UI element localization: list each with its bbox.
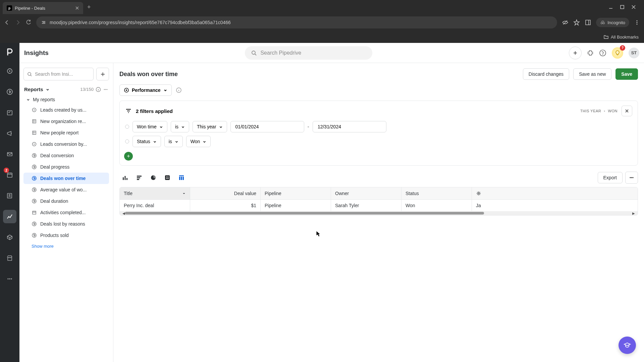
incognito-chip[interactable]: Incognito [596,18,629,27]
star-icon[interactable] [573,19,580,26]
performance-chip[interactable]: Performance [119,84,172,96]
rail-badge: 2 [4,168,9,173]
report-item[interactable]: Deals lost by reasons [23,218,109,230]
rail-activities[interactable]: 2 [3,168,16,182]
forward-button[interactable] [15,19,21,25]
rail-contacts[interactable] [3,189,16,202]
url-field[interactable]: moodjoy.pipedrive.com/progress/insights/… [36,16,557,28]
th-title[interactable]: Title [120,187,190,199]
filter-field-chip[interactable]: Won time [132,121,167,132]
site-settings-icon[interactable] [41,20,46,25]
close-tab-icon[interactable] [75,6,79,10]
th-deal-value[interactable]: Deal value [190,187,261,199]
svg-point-55 [630,177,631,178]
save-button[interactable]: Save [615,68,638,80]
more-actions-button[interactable] [625,172,638,184]
help-fab[interactable] [619,337,636,354]
bookmarks-label[interactable]: All Bookmarks [611,35,639,40]
filter-value-chip[interactable]: This year [193,121,227,132]
report-item[interactable]: Deal progress [23,161,109,173]
scorecard-icon[interactable] [162,172,173,183]
back-button[interactable] [4,19,10,25]
rail-projects[interactable] [3,106,16,119]
filter-op-chip[interactable]: is [171,121,189,132]
rail-insights[interactable] [3,210,16,223]
chevron-down-icon [181,125,185,129]
help-icon[interactable] [599,49,606,57]
svg-point-2 [601,22,603,24]
scroll-left-icon[interactable]: ◀ [122,212,125,215]
reload-button[interactable] [25,19,32,25]
rail-leads[interactable] [3,64,16,78]
svg-point-18 [252,51,255,54]
browser-chrome: p Pipeline - Deals + moodjoy.pipedrive.c… [0,0,644,43]
sidebar-add-button[interactable] [96,68,109,80]
kebab-icon[interactable] [634,19,640,25]
maximize-icon[interactable] [620,5,625,9]
browser-tab[interactable]: p Pipeline - Deals [3,2,83,14]
extensions-icon[interactable] [587,50,594,56]
filter-field-chip[interactable]: Status [132,136,161,147]
export-button[interactable]: Export [598,172,623,183]
info-icon[interactable] [96,87,101,92]
app-logo[interactable] [5,47,15,57]
th-status[interactable]: Status [401,187,472,199]
report-item[interactable]: New people report [23,127,109,138]
report-item[interactable]: New organization re... [23,116,109,127]
svg-point-8 [9,70,10,72]
chart-pie-icon[interactable] [148,172,159,183]
report-item[interactable]: Products sold [23,230,109,241]
add-filter-button[interactable]: + [124,152,133,161]
rail-more[interactable] [3,272,16,286]
discard-button[interactable]: Discard changes [523,68,569,80]
reports-header[interactable]: Reports 13/150 [23,85,109,94]
close-window-icon[interactable] [631,5,636,9]
th-owner[interactable]: Owner [331,187,401,199]
date-start-input[interactable]: 01/01/2024 [230,121,304,132]
info-icon[interactable] [176,87,182,93]
bulb-icon[interactable]: ? [612,47,623,59]
rail-marketplace[interactable] [3,251,16,265]
sidebar-search[interactable]: Search from Insi... [23,68,94,80]
scroll-right-icon[interactable]: ▶ [632,212,635,215]
report-item[interactable]: Leads conversion by... [23,138,109,150]
svg-point-19 [600,50,606,56]
eye-off-icon[interactable] [562,19,569,26]
scroll-thumb[interactable] [125,212,484,215]
global-search[interactable]: Search Pipedrive [245,46,372,60]
show-more-link[interactable]: Show more [23,241,109,251]
svg-point-23 [104,89,105,90]
th-pipeline[interactable]: Pipeline [261,187,331,199]
table-header: Title Deal value Pipeline Owner Status [120,187,638,200]
svg-point-58 [478,193,479,194]
user-avatar[interactable]: ST [629,48,639,58]
report-item[interactable]: Leads created by us... [23,104,109,116]
report-item[interactable]: Activities completed... [23,207,109,218]
rail-deals[interactable] [3,85,16,99]
date-end-input[interactable]: 12/31/2024 [313,121,386,132]
table-view-icon[interactable] [176,172,187,183]
horizontal-scrollbar[interactable]: ◀ ▶ [120,211,638,215]
report-item[interactable]: Deal conversion [23,150,109,161]
report-item-active[interactable]: Deals won over time [23,173,109,184]
rail-campaigns[interactable] [3,127,16,140]
table-row[interactable]: Perry Inc. deal $1 Pipeline Sarah Tyler … [120,200,638,211]
chart-bar-icon[interactable] [133,172,145,183]
th-settings[interactable] [472,187,485,199]
collapse-filters-button[interactable] [622,106,632,116]
rail-mail[interactable] [3,147,16,161]
rail-products[interactable] [3,231,16,244]
quick-add-button[interactable] [569,47,582,59]
minimize-icon[interactable] [608,5,613,9]
report-item[interactable]: Deal duration [23,195,109,207]
more-icon[interactable] [103,87,108,92]
filter-op-chip[interactable]: is [164,136,183,147]
save-as-new-button[interactable]: Save as new [573,68,611,80]
report-item[interactable]: Average value of wo... [23,184,109,195]
chart-column-icon[interactable] [119,172,131,183]
panel-icon[interactable] [585,19,591,26]
filter-value-chip[interactable]: Won [186,136,211,147]
search-icon [251,50,257,56]
new-tab-button[interactable]: + [87,4,91,11]
group-my-reports[interactable]: My reports [23,94,109,104]
